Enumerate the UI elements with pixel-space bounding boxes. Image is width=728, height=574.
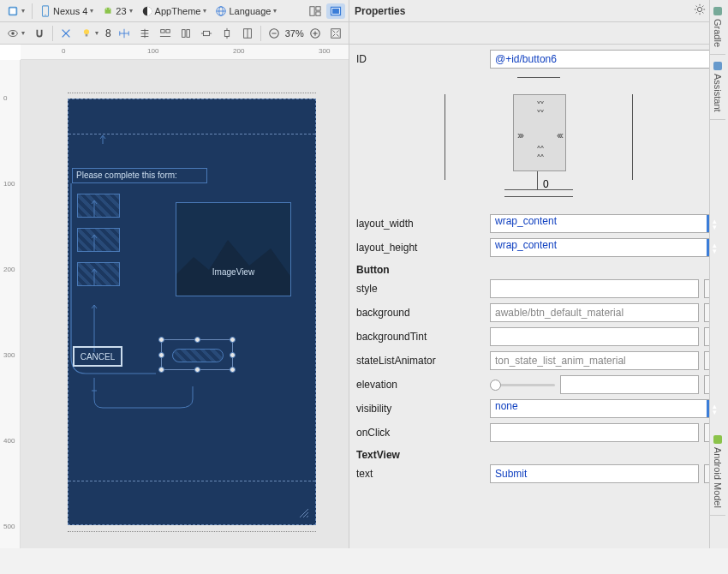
api-label: 23 <box>116 6 126 16</box>
svg-point-16 <box>11 32 15 35</box>
id-input[interactable] <box>490 50 721 69</box>
svg-rect-20 <box>86 33 88 36</box>
right-tool-window-tabs: Gradle Assistant Android Model <box>709 0 728 548</box>
textview-section-header: TextView <box>356 449 721 461</box>
percent-button[interactable] <box>238 26 257 41</box>
guidelines-button[interactable] <box>176 26 195 41</box>
svg-rect-32 <box>182 29 185 37</box>
theme-dropdown[interactable]: AppTheme <box>138 3 211 19</box>
onclick-label: onClick <box>356 427 485 439</box>
zoom-in-icon <box>309 27 321 39</box>
expand-horiz-button[interactable] <box>197 26 216 41</box>
zoom-level: 37% <box>285 28 304 39</box>
svg-rect-11 <box>316 6 320 9</box>
svg-rect-12 <box>316 11 320 15</box>
zoom-in-button[interactable] <box>306 26 325 41</box>
svg-point-5 <box>109 8 110 9</box>
layout-width-select[interactable]: wrap_content▴▾ <box>490 214 721 233</box>
elevation-label: elevation <box>356 379 485 391</box>
svg-point-4 <box>106 8 107 9</box>
imageview-caption: ImageView <box>176 267 290 277</box>
magnet-autoconnect-button[interactable] <box>30 26 49 41</box>
align-button[interactable] <box>156 26 175 41</box>
eye-icon <box>7 27 19 39</box>
design-surface-dropdown[interactable] <box>3 3 28 19</box>
pack-button[interactable] <box>135 26 154 41</box>
expand-vert-button[interactable] <box>218 26 236 41</box>
properties-panel: Properties ID <box>349 0 728 548</box>
device-blueprint[interactable]: Please complete this form: <box>68 99 316 525</box>
clear-constraints-button[interactable] <box>57 26 75 41</box>
backgroundtint-label: backgroundTint <box>356 331 485 343</box>
layout-variants-button[interactable] <box>306 3 325 19</box>
svg-rect-30 <box>166 29 170 33</box>
properties-title: Properties <box>355 5 405 17</box>
statelistanimator-label: stateListAnimator <box>356 355 485 367</box>
locale-label: Language <box>229 6 271 16</box>
background-label: background <box>356 307 485 319</box>
gradle-tab[interactable]: Gradle <box>710 0 725 55</box>
text-input[interactable] <box>490 464 699 483</box>
svg-rect-10 <box>310 6 314 15</box>
elevation-slider[interactable] <box>490 375 555 394</box>
backgroundtint-input[interactable] <box>490 327 699 346</box>
svg-rect-1 <box>10 8 16 14</box>
visibility-select[interactable]: none▴▾ <box>490 399 721 418</box>
svg-rect-33 <box>187 29 190 37</box>
constraint-margin-bottom: 0 <box>543 178 549 190</box>
text-label: text <box>356 468 485 480</box>
view-options-dropdown[interactable] <box>3 26 28 41</box>
textview-form-label[interactable]: Please complete this form: <box>72 168 207 183</box>
id-label: ID <box>356 53 485 65</box>
resize-handle-icon[interactable] <box>298 507 310 519</box>
magnet-icon <box>33 27 45 39</box>
background-input[interactable] <box>490 303 699 322</box>
zoom-fit-button[interactable] <box>326 26 345 41</box>
edittext-1[interactable] <box>77 194 120 218</box>
design-canvas[interactable]: 0 100 200 300 0 100 200 300 400 500 Plea… <box>0 45 349 548</box>
edittext-3[interactable] <box>77 262 120 286</box>
onclick-input[interactable] <box>490 423 699 442</box>
zoom-out-button[interactable] <box>265 26 283 41</box>
zoom-out-icon <box>268 27 280 39</box>
visibility-label: visibility <box>356 403 485 415</box>
layout-height-label: layout_height <box>356 242 485 254</box>
svg-point-19 <box>84 29 89 34</box>
style-input[interactable] <box>490 279 699 298</box>
elevation-input[interactable] <box>560 375 699 394</box>
svg-rect-34 <box>203 31 209 35</box>
settings-gear-icon[interactable] <box>694 3 706 18</box>
svg-rect-37 <box>224 30 229 36</box>
statelistanimator-input[interactable] <box>490 351 699 370</box>
svg-point-48 <box>697 7 701 11</box>
imageview-widget[interactable]: ImageView <box>176 202 291 296</box>
infer-constraints-button[interactable] <box>77 26 102 41</box>
svg-rect-47 <box>331 28 340 38</box>
design-config-toolbar: Nexus 4 23 AppTheme Language <box>0 0 349 22</box>
blueprint-toggle-button[interactable] <box>326 3 345 19</box>
device-dropdown[interactable]: Nexus 4 <box>36 3 97 19</box>
theme-label: AppTheme <box>155 6 201 16</box>
margin-button[interactable] <box>115 26 134 41</box>
ruler-horizontal: 0 100 200 300 <box>21 45 349 60</box>
design-tools-toolbar: 8 3 <box>0 22 349 45</box>
api-dropdown[interactable]: 23 <box>98 3 135 19</box>
assistant-tab[interactable]: Assistant <box>710 55 725 120</box>
cancel-button-widget[interactable]: CANCEL <box>73 346 122 367</box>
button-section-header: Button <box>356 264 721 276</box>
layout-height-select[interactable]: wrap_content▴▾ <box>490 238 721 257</box>
constraint-widget[interactable]: ˅˅ ˅˅ ››› ‹‹‹ ˄˄ ˄˄ 0 <box>356 77 721 197</box>
android-model-tab[interactable]: Android Model <box>710 428 725 516</box>
locale-dropdown[interactable]: Language <box>212 3 280 19</box>
style-label: style <box>356 283 485 295</box>
edittext-2[interactable] <box>77 228 120 252</box>
device-label: Nexus 4 <box>53 6 87 16</box>
lightbulb-icon <box>81 27 92 39</box>
default-margin-value: 8 <box>104 27 113 39</box>
selected-button-widget[interactable] <box>161 339 233 370</box>
svg-point-3 <box>45 14 45 15</box>
ruler-vertical: 0 100 200 300 400 500 <box>0 60 21 548</box>
svg-rect-29 <box>160 29 164 33</box>
layout-width-label: layout_width <box>356 218 485 230</box>
